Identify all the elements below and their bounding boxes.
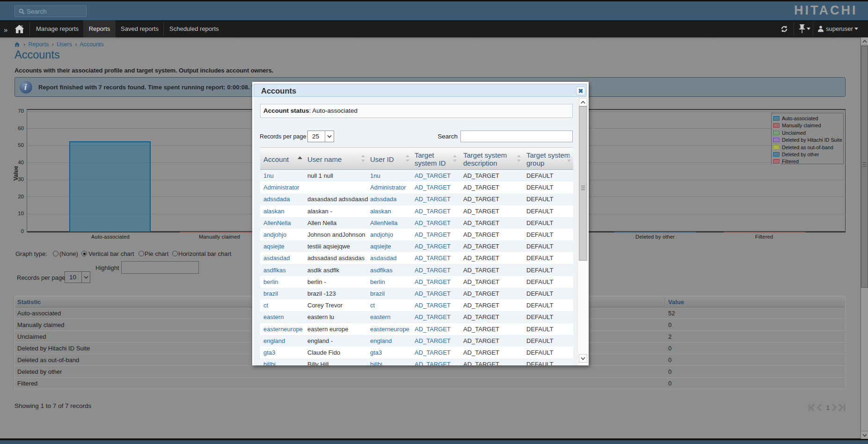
- svg-text:1: 1: [826, 404, 830, 411]
